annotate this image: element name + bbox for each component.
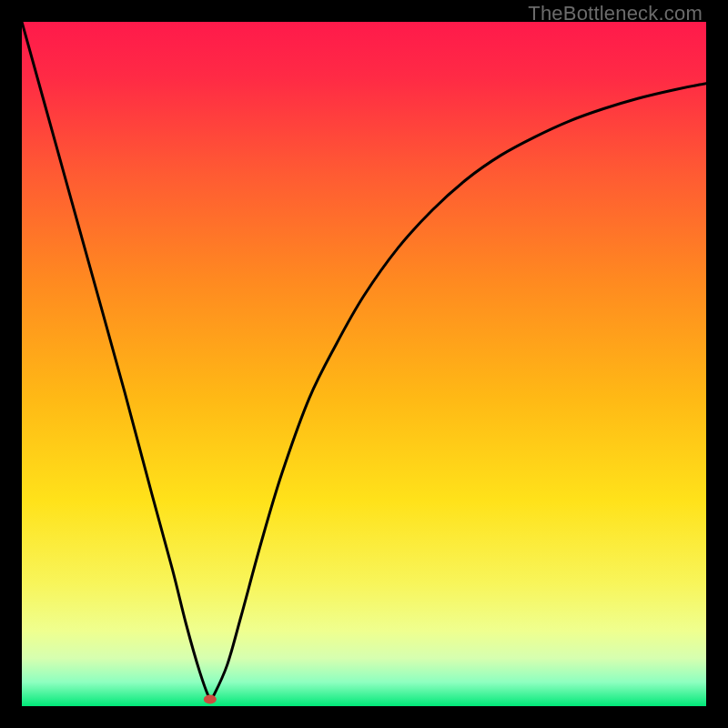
chart-frame bbox=[22, 22, 706, 706]
chart-svg bbox=[22, 22, 706, 706]
gradient-background bbox=[22, 22, 706, 706]
minimum-marker bbox=[204, 694, 217, 703]
